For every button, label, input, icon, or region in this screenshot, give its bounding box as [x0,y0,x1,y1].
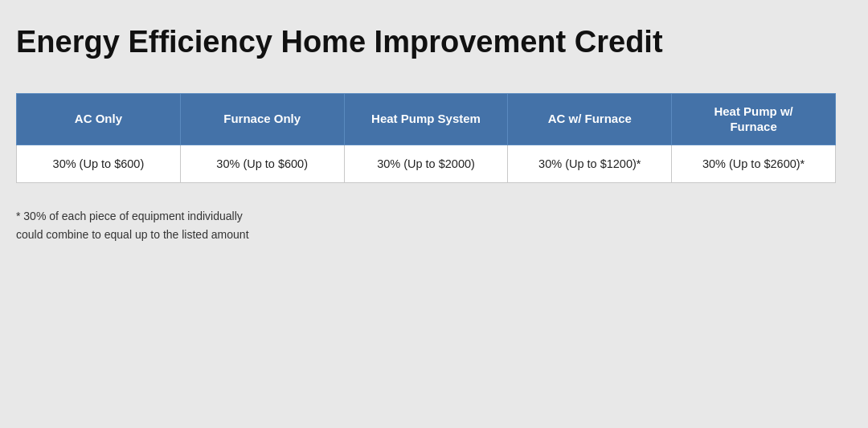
page-container: Energy Efficiency Home Improvement Credi… [0,0,868,428]
table-wrapper: AC Only Furnace Only Heat Pump System AC… [16,93,836,184]
footnote-line1: * 30% of each piece of equipment individ… [16,207,836,225]
table-row: 30% (Up to $600) 30% (Up to $600) 30% (U… [17,145,836,183]
cell-furnace-only: 30% (Up to $600) [180,145,344,183]
cell-heat-pump-furnace: 30% (Up to $2600)* [672,145,836,183]
footnote-line2: could combine to equal up to the listed … [16,226,836,243]
page-title: Energy Efficiency Home Improvement Credi… [16,24,836,61]
col-header-ac-only: AC Only [17,93,181,145]
credit-table: AC Only Furnace Only Heat Pump System AC… [16,93,836,184]
col-header-furnace-only: Furnace Only [180,93,344,145]
col-header-ac-w-furnace: AC w/ Furnace [508,93,672,145]
col-header-heat-pump-system: Heat Pump System [344,93,508,145]
col-header-heat-pump-furnace: Heat Pump w/Furnace [672,93,836,145]
footnote: * 30% of each piece of equipment individ… [16,207,836,243]
cell-ac-only: 30% (Up to $600) [17,145,181,183]
cell-ac-w-furnace: 30% (Up to $1200)* [508,145,672,183]
table-header-row: AC Only Furnace Only Heat Pump System AC… [17,93,836,145]
cell-heat-pump-system: 30% (Up to $2000) [344,145,508,183]
